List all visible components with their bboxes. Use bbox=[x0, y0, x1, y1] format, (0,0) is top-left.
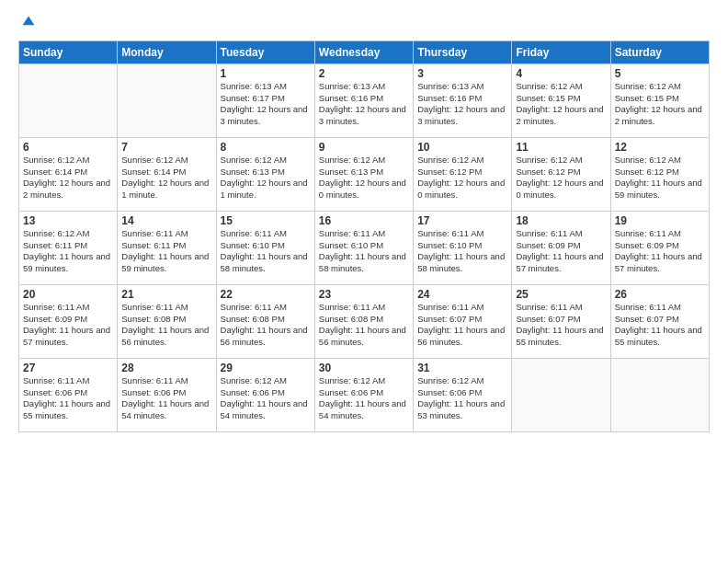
calendar: SundayMondayTuesdayWednesdayThursdayFrid… bbox=[18, 40, 710, 432]
calendar-cell: 11Sunrise: 6:12 AMSunset: 6:12 PMDayligh… bbox=[512, 137, 610, 211]
day-info: Sunrise: 6:11 AMSunset: 6:08 PMDaylight:… bbox=[121, 302, 211, 349]
day-info: Sunrise: 6:11 AMSunset: 6:07 PMDaylight:… bbox=[516, 302, 606, 349]
calendar-cell: 23Sunrise: 6:11 AMSunset: 6:08 PMDayligh… bbox=[314, 284, 413, 358]
day-info: Sunrise: 6:11 AMSunset: 6:09 PMDaylight:… bbox=[23, 302, 113, 349]
day-header-wednesday: Wednesday bbox=[314, 40, 413, 63]
day-info: Sunrise: 6:12 AMSunset: 6:06 PMDaylight:… bbox=[319, 375, 409, 422]
week-row-5: 27Sunrise: 6:11 AMSunset: 6:06 PMDayligh… bbox=[19, 358, 710, 431]
day-info: Sunrise: 6:11 AMSunset: 6:08 PMDaylight:… bbox=[221, 302, 311, 349]
day-info: Sunrise: 6:13 AMSunset: 6:16 PMDaylight:… bbox=[417, 81, 507, 128]
day-info: Sunrise: 6:11 AMSunset: 6:07 PMDaylight:… bbox=[615, 302, 705, 349]
day-info: Sunrise: 6:12 AMSunset: 6:13 PMDaylight:… bbox=[221, 155, 311, 201]
week-row-4: 20Sunrise: 6:11 AMSunset: 6:09 PMDayligh… bbox=[19, 284, 710, 358]
calendar-cell: 9Sunrise: 6:12 AMSunset: 6:13 PMDaylight… bbox=[314, 137, 413, 211]
day-number: 17 bbox=[417, 214, 507, 227]
calendar-cell: 21Sunrise: 6:11 AMSunset: 6:08 PMDayligh… bbox=[118, 284, 216, 358]
calendar-cell: 27Sunrise: 6:11 AMSunset: 6:06 PMDayligh… bbox=[19, 358, 118, 431]
week-row-2: 6Sunrise: 6:12 AMSunset: 6:14 PMDaylight… bbox=[19, 137, 710, 211]
header bbox=[18, 15, 710, 31]
day-number: 24 bbox=[417, 288, 507, 301]
calendar-cell: 7Sunrise: 6:12 AMSunset: 6:14 PMDaylight… bbox=[118, 137, 216, 211]
calendar-cell bbox=[118, 63, 216, 137]
day-info: Sunrise: 6:11 AMSunset: 6:09 PMDaylight:… bbox=[516, 228, 606, 275]
day-number: 7 bbox=[121, 141, 211, 154]
calendar-cell: 20Sunrise: 6:11 AMSunset: 6:09 PMDayligh… bbox=[19, 284, 118, 358]
day-number: 23 bbox=[319, 288, 409, 301]
day-number: 5 bbox=[615, 67, 705, 80]
calendar-cell: 25Sunrise: 6:11 AMSunset: 6:07 PMDayligh… bbox=[512, 284, 610, 358]
day-number: 9 bbox=[319, 141, 409, 154]
day-info: Sunrise: 6:11 AMSunset: 6:07 PMDaylight:… bbox=[417, 302, 507, 349]
calendar-cell: 29Sunrise: 6:12 AMSunset: 6:06 PMDayligh… bbox=[216, 358, 314, 431]
calendar-cell: 31Sunrise: 6:12 AMSunset: 6:06 PMDayligh… bbox=[414, 358, 512, 431]
calendar-cell bbox=[610, 358, 709, 431]
logo bbox=[18, 15, 38, 31]
svg-marker-0 bbox=[23, 17, 35, 26]
day-info: Sunrise: 6:12 AMSunset: 6:12 PMDaylight:… bbox=[417, 155, 507, 201]
week-row-1: 1Sunrise: 6:13 AMSunset: 6:17 PMDaylight… bbox=[19, 63, 710, 137]
day-number: 15 bbox=[221, 214, 311, 227]
day-info: Sunrise: 6:13 AMSunset: 6:16 PMDaylight:… bbox=[319, 81, 409, 128]
day-number: 21 bbox=[121, 288, 211, 301]
calendar-header-row: SundayMondayTuesdayWednesdayThursdayFrid… bbox=[19, 40, 710, 63]
day-info: Sunrise: 6:13 AMSunset: 6:17 PMDaylight:… bbox=[221, 81, 311, 128]
calendar-cell: 2Sunrise: 6:13 AMSunset: 6:16 PMDaylight… bbox=[314, 63, 413, 137]
day-number: 19 bbox=[615, 214, 705, 227]
day-info: Sunrise: 6:11 AMSunset: 6:08 PMDaylight:… bbox=[319, 302, 409, 349]
page: SundayMondayTuesdayWednesdayThursdayFrid… bbox=[0, 0, 728, 563]
calendar-cell: 16Sunrise: 6:11 AMSunset: 6:10 PMDayligh… bbox=[314, 211, 413, 284]
day-number: 20 bbox=[23, 288, 113, 301]
day-info: Sunrise: 6:12 AMSunset: 6:14 PMDaylight:… bbox=[121, 155, 211, 201]
day-number: 6 bbox=[23, 141, 113, 154]
day-number: 2 bbox=[319, 67, 409, 80]
day-info: Sunrise: 6:11 AMSunset: 6:06 PMDaylight:… bbox=[23, 375, 113, 422]
day-info: Sunrise: 6:12 AMSunset: 6:13 PMDaylight:… bbox=[319, 155, 409, 201]
logo-text bbox=[18, 15, 38, 33]
calendar-cell: 10Sunrise: 6:12 AMSunset: 6:12 PMDayligh… bbox=[414, 137, 512, 211]
day-info: Sunrise: 6:11 AMSunset: 6:09 PMDaylight:… bbox=[615, 228, 705, 275]
day-number: 22 bbox=[221, 288, 311, 301]
calendar-cell bbox=[19, 63, 118, 137]
calendar-cell: 30Sunrise: 6:12 AMSunset: 6:06 PMDayligh… bbox=[314, 358, 413, 431]
day-number: 11 bbox=[516, 141, 606, 154]
day-header-monday: Monday bbox=[118, 40, 216, 63]
day-number: 29 bbox=[221, 362, 311, 374]
day-number: 4 bbox=[516, 67, 606, 80]
day-header-tuesday: Tuesday bbox=[216, 40, 314, 63]
calendar-cell: 1Sunrise: 6:13 AMSunset: 6:17 PMDaylight… bbox=[216, 63, 314, 137]
day-number: 1 bbox=[221, 67, 311, 80]
day-number: 8 bbox=[221, 141, 311, 154]
day-number: 16 bbox=[319, 214, 409, 227]
day-info: Sunrise: 6:11 AMSunset: 6:06 PMDaylight:… bbox=[121, 375, 211, 422]
day-info: Sunrise: 6:11 AMSunset: 6:11 PMDaylight:… bbox=[121, 228, 211, 275]
calendar-cell: 18Sunrise: 6:11 AMSunset: 6:09 PMDayligh… bbox=[512, 211, 610, 284]
calendar-cell: 13Sunrise: 6:12 AMSunset: 6:11 PMDayligh… bbox=[19, 211, 118, 284]
day-info: Sunrise: 6:12 AMSunset: 6:15 PMDaylight:… bbox=[516, 81, 606, 128]
day-number: 25 bbox=[516, 288, 606, 301]
calendar-cell: 12Sunrise: 6:12 AMSunset: 6:12 PMDayligh… bbox=[610, 137, 709, 211]
calendar-cell: 24Sunrise: 6:11 AMSunset: 6:07 PMDayligh… bbox=[414, 284, 512, 358]
day-info: Sunrise: 6:12 AMSunset: 6:12 PMDaylight:… bbox=[516, 155, 606, 201]
calendar-cell: 4Sunrise: 6:12 AMSunset: 6:15 PMDaylight… bbox=[512, 63, 610, 137]
day-number: 18 bbox=[516, 214, 606, 227]
day-info: Sunrise: 6:11 AMSunset: 6:10 PMDaylight:… bbox=[319, 228, 409, 275]
day-number: 14 bbox=[121, 214, 211, 227]
day-info: Sunrise: 6:12 AMSunset: 6:15 PMDaylight:… bbox=[615, 81, 705, 128]
calendar-cell: 6Sunrise: 6:12 AMSunset: 6:14 PMDaylight… bbox=[19, 137, 118, 211]
day-info: Sunrise: 6:12 AMSunset: 6:06 PMDaylight:… bbox=[417, 375, 507, 422]
day-number: 10 bbox=[417, 141, 507, 154]
day-info: Sunrise: 6:12 AMSunset: 6:06 PMDaylight:… bbox=[221, 375, 311, 422]
day-info: Sunrise: 6:12 AMSunset: 6:14 PMDaylight:… bbox=[23, 155, 113, 201]
calendar-cell: 28Sunrise: 6:11 AMSunset: 6:06 PMDayligh… bbox=[118, 358, 216, 431]
day-info: Sunrise: 6:11 AMSunset: 6:10 PMDaylight:… bbox=[221, 228, 311, 275]
day-header-sunday: Sunday bbox=[19, 40, 118, 63]
calendar-cell: 3Sunrise: 6:13 AMSunset: 6:16 PMDaylight… bbox=[414, 63, 512, 137]
day-header-thursday: Thursday bbox=[414, 40, 512, 63]
calendar-cell: 19Sunrise: 6:11 AMSunset: 6:09 PMDayligh… bbox=[610, 211, 709, 284]
calendar-cell: 14Sunrise: 6:11 AMSunset: 6:11 PMDayligh… bbox=[118, 211, 216, 284]
day-number: 12 bbox=[615, 141, 705, 154]
day-info: Sunrise: 6:12 AMSunset: 6:12 PMDaylight:… bbox=[615, 155, 705, 201]
day-number: 30 bbox=[319, 362, 409, 374]
calendar-cell: 26Sunrise: 6:11 AMSunset: 6:07 PMDayligh… bbox=[610, 284, 709, 358]
day-info: Sunrise: 6:12 AMSunset: 6:11 PMDaylight:… bbox=[23, 228, 113, 275]
